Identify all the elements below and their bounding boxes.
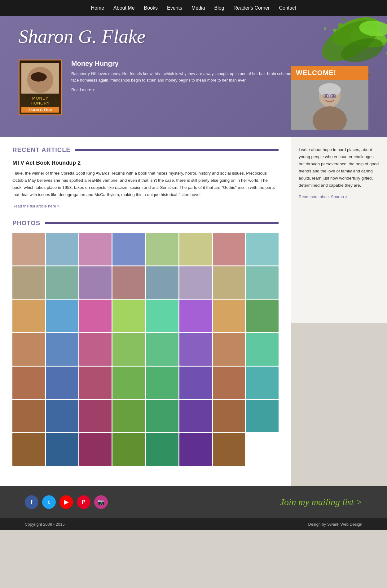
photo-thumbnail[interactable] bbox=[146, 333, 178, 366]
photo-thumbnail[interactable] bbox=[246, 266, 279, 299]
photo-thumbnail[interactable] bbox=[213, 333, 245, 366]
photo-thumbnail[interactable] bbox=[179, 266, 212, 299]
svg-point-9 bbox=[342, 17, 345, 21]
photo-thumbnail[interactable] bbox=[46, 266, 78, 299]
photo-thumbnail[interactable] bbox=[213, 400, 245, 433]
photo-thumbnail[interactable] bbox=[213, 266, 245, 299]
photo-thumbnail[interactable] bbox=[12, 367, 45, 399]
photos-grid bbox=[12, 233, 279, 466]
copyright-text: Copyright 2008 - 2015 bbox=[25, 522, 65, 527]
photo-thumbnail[interactable] bbox=[12, 266, 45, 299]
pinterest-icon[interactable]: P bbox=[77, 495, 90, 509]
photo-thumbnail[interactable] bbox=[179, 367, 212, 399]
svg-point-7 bbox=[338, 23, 343, 28]
photo-thumbnail[interactable] bbox=[12, 233, 45, 265]
photo-thumbnail[interactable] bbox=[79, 300, 112, 332]
photo-thumbnail[interactable] bbox=[12, 433, 45, 466]
welcome-header: WELCOME! bbox=[291, 66, 368, 80]
hero-section: Sharon G. Flake MONEYHUNGRY Sharon G. Fl… bbox=[0, 16, 387, 137]
photo-thumbnail[interactable] bbox=[146, 266, 178, 299]
photo-thumbnail[interactable] bbox=[246, 400, 279, 433]
photo-thumbnail[interactable] bbox=[112, 400, 145, 433]
mailing-list-link[interactable]: Join my mailing list > bbox=[280, 497, 362, 507]
nav-books[interactable]: Books bbox=[144, 5, 158, 11]
nav-events[interactable]: Events bbox=[167, 5, 182, 11]
sidebar: I write about hope in hard places, about… bbox=[291, 137, 387, 323]
youtube-icon[interactable]: ▶ bbox=[59, 495, 73, 509]
svg-rect-30 bbox=[291, 80, 368, 130]
author-photo bbox=[291, 80, 368, 130]
photo-thumbnail[interactable] bbox=[112, 433, 145, 466]
photo-thumbnail[interactable] bbox=[146, 300, 178, 332]
photo-thumbnail[interactable] bbox=[79, 367, 112, 399]
photo-thumbnail[interactable] bbox=[46, 233, 78, 265]
photo-thumbnail[interactable] bbox=[79, 233, 112, 265]
section-divider bbox=[75, 149, 279, 151]
photo-thumbnail[interactable] bbox=[46, 367, 78, 399]
photo-thumbnail[interactable] bbox=[12, 300, 45, 332]
photo-thumbnail[interactable] bbox=[112, 233, 145, 265]
photo-thumbnail[interactable] bbox=[146, 233, 178, 265]
photo-thumbnail[interactable] bbox=[146, 400, 178, 433]
photo-thumbnail[interactable] bbox=[246, 233, 279, 265]
photos-section: PHOTOS bbox=[12, 220, 279, 466]
photo-thumbnail[interactable] bbox=[12, 333, 45, 366]
nav-readers-corner[interactable]: Reader's Corner bbox=[234, 5, 270, 11]
svg-point-11 bbox=[382, 42, 386, 46]
photo-thumbnail[interactable] bbox=[112, 333, 145, 366]
photo-thumbnail[interactable] bbox=[179, 333, 212, 366]
book-cover-title-text: MONEYHUNGRY bbox=[31, 96, 50, 105]
photo-thumbnail[interactable] bbox=[79, 400, 112, 433]
photo-thumbnail[interactable] bbox=[46, 333, 78, 366]
photo-thumbnail[interactable] bbox=[12, 400, 45, 433]
photo-thumbnail[interactable] bbox=[179, 233, 212, 265]
photo-thumbnail[interactable] bbox=[46, 300, 78, 332]
photo-thumbnail[interactable] bbox=[179, 433, 212, 466]
nav-media[interactable]: Media bbox=[191, 5, 205, 11]
photo-thumbnail[interactable] bbox=[112, 266, 145, 299]
main-nav: Home About Me Books Events Media Blog Re… bbox=[0, 0, 387, 16]
nav-blog[interactable]: Blog bbox=[214, 5, 224, 11]
book-read-more-link[interactable]: Read more > bbox=[71, 87, 95, 92]
photo-thumbnail[interactable] bbox=[112, 300, 145, 332]
photo-thumbnail[interactable] bbox=[246, 367, 279, 399]
photo-thumbnail[interactable] bbox=[146, 367, 178, 399]
article-body: Flake, the winner of three Coretta Scott… bbox=[12, 170, 279, 198]
nav-contact[interactable]: Contact bbox=[279, 5, 296, 11]
recent-article-header: RECENT ARTICLE bbox=[12, 146, 279, 154]
photo-thumbnail[interactable] bbox=[246, 300, 279, 332]
recent-article-label: RECENT ARTICLE bbox=[12, 146, 71, 154]
svg-point-17 bbox=[27, 67, 53, 93]
section-divider-photos bbox=[45, 222, 279, 224]
book-cover-image[interactable]: MONEYHUNGRY Sharon G. Flake bbox=[19, 60, 62, 115]
footer-top: f t ▶ P 📷 Join my mailing list > bbox=[0, 486, 387, 518]
twitter-icon[interactable]: t bbox=[42, 495, 56, 509]
instagram-icon[interactable]: 📷 bbox=[94, 495, 108, 509]
nav-about[interactable]: About Me bbox=[113, 5, 134, 11]
photo-thumbnail[interactable] bbox=[213, 300, 245, 332]
facebook-icon[interactable]: f bbox=[25, 495, 38, 509]
svg-point-0 bbox=[328, 16, 384, 52]
read-more-about-sharon-link[interactable]: Read more about Sharon > bbox=[299, 194, 347, 199]
book-author-label: Sharon G. Flake bbox=[21, 107, 59, 113]
photo-thumbnail[interactable] bbox=[179, 400, 212, 433]
photo-thumbnail[interactable] bbox=[79, 433, 112, 466]
photo-thumbnail[interactable] bbox=[179, 300, 212, 332]
photo-thumbnail[interactable] bbox=[46, 400, 78, 433]
photo-thumbnail[interactable] bbox=[146, 433, 178, 466]
photo-thumbnail[interactable] bbox=[79, 266, 112, 299]
photo-thumbnail[interactable] bbox=[213, 367, 245, 399]
design-credit: Design by Swank Web Design bbox=[308, 522, 362, 527]
photo-thumbnail[interactable] bbox=[246, 333, 279, 366]
photo-thumbnail[interactable] bbox=[112, 367, 145, 399]
photo-thumbnail[interactable] bbox=[213, 433, 245, 466]
photo-thumbnail[interactable] bbox=[213, 233, 245, 265]
photo-thumbnail[interactable] bbox=[46, 433, 78, 466]
svg-point-20 bbox=[38, 75, 40, 77]
svg-point-14 bbox=[374, 71, 376, 73]
nav-home[interactable]: Home bbox=[91, 5, 104, 11]
recent-article-section: RECENT ARTICLE MTV Act Book Roundup 2 Fl… bbox=[12, 146, 279, 209]
photo-thumbnail[interactable] bbox=[79, 333, 112, 366]
footer-bottom: Copyright 2008 - 2015 Design by Swank We… bbox=[0, 518, 387, 530]
article-read-more-link[interactable]: Read the full article here > bbox=[12, 204, 59, 208]
